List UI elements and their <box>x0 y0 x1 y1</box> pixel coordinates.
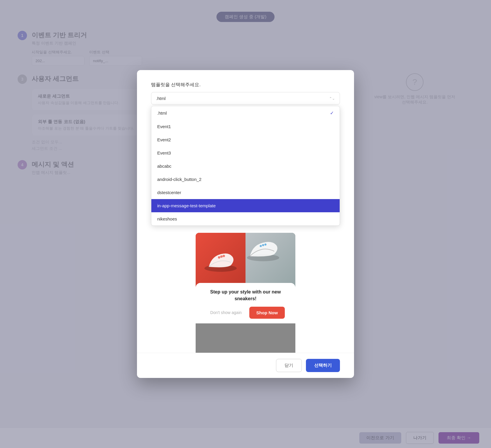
shop-now-button[interactable]: Shop Now <box>249 307 285 319</box>
dropdown-item-abcabc[interactable]: abcabc <box>151 159 340 173</box>
chevron-icon: ⌃⌄ <box>329 96 335 101</box>
select-value: .html <box>156 96 166 101</box>
dropdown-item-dstest[interactable]: dstestcenter <box>151 186 340 199</box>
svg-point-7 <box>265 244 267 246</box>
preview-card-buttons: Don't show again Shop Now <box>202 307 289 319</box>
dropdown-item-inapp-label: in-app-message-test-template <box>157 203 216 208</box>
dropdown-item-event3-label: Event3 <box>157 150 171 155</box>
dropdown-item-event2[interactable]: Event2 <box>151 133 340 146</box>
preview-card-title: Step up your style with our new sneakers… <box>202 289 289 302</box>
phone-preview: Step up your style with our new sneakers… <box>196 233 295 353</box>
svg-point-3 <box>223 255 225 257</box>
dropdown-item-dstest-label: dstestcenter <box>157 190 181 195</box>
preview-image-area <box>196 233 295 289</box>
preview-image-left <box>196 233 245 289</box>
sneaker-left-img <box>196 233 245 289</box>
modal-title: 템플릿을 선택해주세요. <box>151 82 340 88</box>
modal-overlay: 템플릿을 선택해주세요. .html ⌃⌄ .html ✓ Event1 <box>0 0 491 448</box>
dropdown-item-event1[interactable]: Event1 <box>151 120 340 133</box>
dropdown-item-event1-label: Event1 <box>157 124 171 129</box>
svg-point-5 <box>260 245 262 247</box>
dropdown-item-nike[interactable]: nikeshoes <box>151 212 340 225</box>
preview-bottom-gray <box>196 323 295 353</box>
dropdown-item-abcabc-label: abcabc <box>157 164 171 169</box>
dropdown-item-android[interactable]: android-click_button_2 <box>151 173 340 186</box>
check-icon: ✓ <box>330 110 334 116</box>
template-modal: 템플릿을 선택해주세요. .html ⌃⌄ .html ✓ Event1 <box>137 70 354 378</box>
template-select[interactable]: .html ⌃⌄ <box>151 92 340 105</box>
modal-body: 템플릿을 선택해주세요. .html ⌃⌄ .html ✓ Event1 <box>137 70 354 353</box>
template-dropdown: .html ✓ Event1 Event2 Event3 abcabc <box>151 106 340 226</box>
svg-point-6 <box>262 244 264 246</box>
preview-card: Step up your style with our new sneakers… <box>196 283 295 323</box>
dropdown-item-event2-label: Event2 <box>157 137 171 142</box>
select-wrapper: .html ⌃⌄ .html ✓ Event1 Event2 <box>151 92 340 226</box>
dropdown-item-html-label: .html <box>157 111 167 116</box>
sneaker-svg-left <box>203 246 238 276</box>
svg-point-1 <box>218 256 220 259</box>
preview-image-right <box>245 233 295 289</box>
sneaker-right-img <box>245 233 295 289</box>
modal-footer: 닫기 선택하기 <box>137 353 354 378</box>
dropdown-item-nike-label: nikeshoes <box>157 216 177 221</box>
dropdown-item-html[interactable]: .html ✓ <box>151 106 340 120</box>
dropdown-item-inapp[interactable]: in-app-message-test-template <box>151 199 340 212</box>
preview-area: Step up your style with our new sneakers… <box>151 233 340 353</box>
modal-select-button[interactable]: 선택하기 <box>306 359 340 372</box>
sneaker-svg-right <box>245 236 281 265</box>
dont-show-button[interactable]: Don't show again <box>206 307 246 318</box>
modal-close-button[interactable]: 닫기 <box>276 359 302 372</box>
svg-point-2 <box>220 255 223 258</box>
dropdown-item-android-label: android-click_button_2 <box>157 177 202 182</box>
dropdown-item-event3[interactable]: Event3 <box>151 146 340 159</box>
